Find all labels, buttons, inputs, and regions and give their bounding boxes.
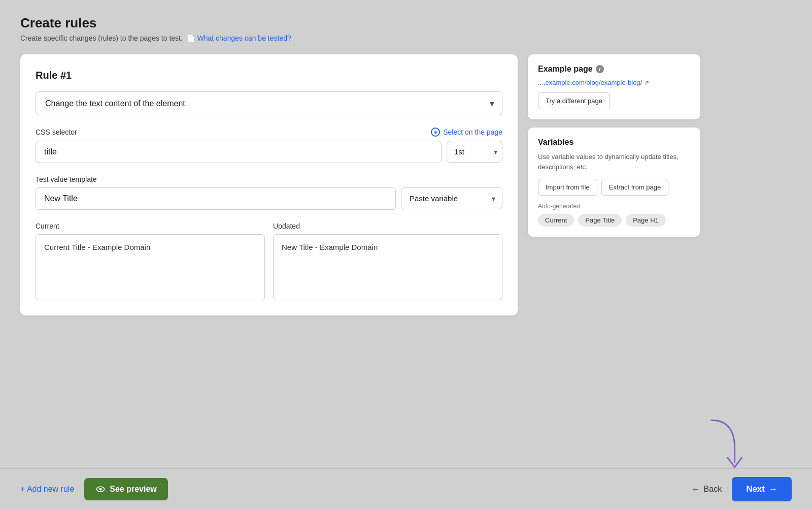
current-preview-box: Current Title - Example Domain (36, 234, 265, 300)
back-button[interactable]: ← Back (692, 485, 722, 494)
import-from-file-button[interactable]: Import from file (538, 179, 597, 196)
select-on-page-link[interactable]: ⊕ Select on the page (431, 128, 502, 137)
back-arrow-icon: ← (692, 485, 700, 494)
test-value-label-row: Test value template (36, 175, 502, 183)
bottom-bar: + Add new rule See preview ← Back Next → (0, 468, 812, 509)
auto-tag-page-title[interactable]: Page Title (578, 214, 622, 227)
info-icon: i (596, 65, 604, 73)
paste-variable-wrapper: Paste variable (401, 187, 502, 210)
paste-variable-select[interactable]: Paste variable (401, 187, 502, 209)
variable-buttons: Import from file Extract from page (538, 179, 690, 196)
help-link[interactable]: What changes can be tested? (197, 34, 291, 42)
auto-tag-current[interactable]: Current (538, 214, 574, 227)
sidebar: Example page i ....example.com/blog/exam… (528, 54, 700, 237)
extract-from-page-button[interactable]: Extract from page (601, 179, 669, 196)
rule-type-select[interactable]: Change the text content of the elementCh… (36, 91, 502, 115)
example-page-link[interactable]: ....example.com/blog/example-blog/ ↗ (538, 79, 690, 86)
preview-columns: Current Current Title - Example Domain U… (36, 222, 502, 300)
next-arrow-icon: → (769, 484, 777, 494)
auto-tags: Current Page Title Page H1 (538, 214, 690, 227)
svg-point-1 (99, 488, 102, 490)
css-selector-label: CSS selector (36, 128, 77, 136)
updated-preview-box: New Title - Example Domain (273, 234, 502, 300)
select-on-page-icon: ⊕ (431, 128, 440, 137)
updated-label: Updated (273, 222, 502, 230)
external-link-icon: ↗ (644, 79, 649, 86)
example-page-card: Example page i ....example.com/blog/exam… (528, 54, 700, 119)
eye-icon (95, 484, 106, 494)
updated-preview-col: Updated New Title - Example Domain (273, 222, 502, 300)
test-value-label: Test value template (36, 175, 97, 183)
auto-generated-label: Auto-generated (538, 203, 690, 210)
css-selector-input[interactable] (36, 141, 442, 163)
current-label: Current (36, 222, 265, 230)
current-preview-col: Current Current Title - Example Domain (36, 222, 265, 300)
test-value-row: Paste variable (36, 187, 502, 210)
auto-tag-page-h1[interactable]: Page H1 (626, 214, 666, 227)
css-selector-label-row: CSS selector ⊕ Select on the page (36, 128, 502, 137)
try-different-button[interactable]: Try a different page (538, 92, 610, 109)
test-value-input[interactable] (36, 187, 396, 210)
example-page-title: Example page i (538, 65, 690, 74)
see-preview-button[interactable]: See preview (84, 478, 168, 500)
occurrence-select[interactable]: 1st2nd3rdAll (447, 141, 502, 163)
next-button[interactable]: Next → (732, 477, 792, 501)
add-rule-button[interactable]: + Add new rule (20, 485, 74, 494)
css-selector-row: 1st2nd3rdAll (36, 141, 502, 163)
bottom-left-actions: + Add new rule See preview (20, 478, 168, 500)
rule-type-wrapper: Change the text content of the elementCh… (36, 91, 502, 115)
rule-card: Rule #1 Change the text content of the e… (20, 54, 518, 315)
variables-title: Variables (538, 138, 690, 147)
page-title: Create rules (20, 15, 792, 31)
page-subtitle: Create specific changes (rules) to the p… (20, 34, 792, 42)
rule-title: Rule #1 (36, 70, 502, 81)
variables-card: Variables Use variable values to dynamic… (528, 128, 700, 237)
bottom-right-actions: ← Back Next → (692, 477, 792, 501)
occurrence-select-wrapper: 1st2nd3rdAll (447, 141, 502, 163)
variables-description: Use variable values to dynamically updat… (538, 152, 690, 172)
